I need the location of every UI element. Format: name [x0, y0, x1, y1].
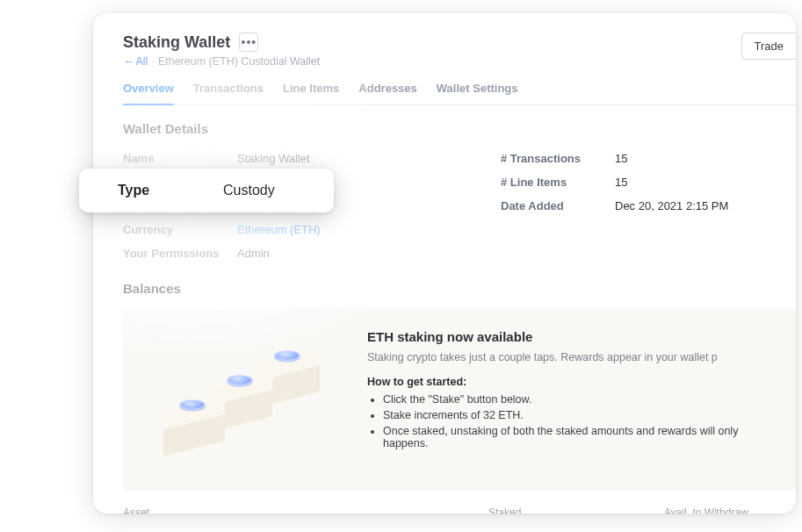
tab-line-items[interactable]: Line Items — [283, 82, 339, 104]
tab-wallet-settings[interactable]: Wallet Settings — [437, 82, 518, 104]
howto-item: Once staked, unstaking of both the stake… — [383, 425, 771, 449]
tab-addresses[interactable]: Addresses — [358, 82, 416, 104]
breadcrumb-back-link[interactable]: ← All — [123, 55, 148, 68]
detail-value-permissions: Admin — [237, 247, 270, 260]
coin-icon — [274, 350, 300, 360]
more-horizontal-icon: ••• — [242, 35, 257, 49]
detail-label-permissions: Your Permissions — [123, 247, 237, 260]
detail-value-name: Staking Wallet — [237, 152, 310, 165]
balances-heading: Balances — [123, 281, 796, 296]
balances-table-header: Asset Staked Avail. to Withdraw — [123, 507, 796, 514]
balances-promo-box: ETH staking now available Staking crypto… — [123, 308, 796, 491]
detail-label-name: Name — [123, 152, 237, 165]
coin-icon — [227, 375, 253, 385]
detail-value-currency[interactable]: Ethereum (ETH) — [237, 223, 321, 236]
howto-title: How to get started: — [367, 376, 771, 388]
tabs: Overview Transactions Line Items Address… — [123, 82, 796, 105]
highlight-value: Custody — [223, 183, 275, 198]
breadcrumb-subtitle: Ethereum (ETH) Custodial Wallet — [158, 55, 320, 68]
breadcrumb: ← All · Ethereum (ETH) Custodial Wallet — [123, 55, 796, 68]
howto-item: Stake increments of 32 ETH. — [383, 409, 771, 421]
detail-label-currency: Currency — [123, 223, 237, 236]
tab-transactions[interactable]: Transactions — [193, 82, 264, 104]
highlight-label: Type — [118, 183, 223, 198]
col-header-staked: Staked — [488, 507, 664, 514]
col-header-asset: Asset — [123, 507, 488, 514]
app-window: Staking Wallet ••• ← All · Ethereum (ETH… — [93, 13, 796, 514]
breadcrumb-separator: · — [151, 55, 154, 68]
detail-label-transactions: # Transactions — [501, 152, 615, 165]
staking-illustration — [141, 329, 343, 470]
breadcrumb-back-label: All — [136, 55, 148, 68]
howto-list: Click the "Stake" button below. Stake in… — [367, 393, 771, 449]
detail-value-line-items: 15 — [615, 176, 627, 189]
detail-value-date-added: Dec 20, 2021 2:15 PM — [615, 199, 728, 212]
more-options-button[interactable]: ••• — [239, 32, 258, 52]
highlight-popover: Type Custody — [79, 169, 334, 212]
promo-subtitle: Staking crypto takes just a couple taps.… — [367, 351, 771, 363]
col-header-avail: Avail. to Withdraw — [664, 507, 769, 514]
howto-item: Click the "Stake" button below. — [383, 393, 771, 406]
arrow-left-icon: ← — [123, 55, 134, 68]
detail-label-date-added: Date Added — [501, 199, 615, 212]
trade-button[interactable]: Trade — [741, 32, 796, 60]
page-title: Staking Wallet — [123, 33, 230, 52]
wallet-details-heading: Wallet Details — [123, 121, 796, 136]
detail-value-transactions: 15 — [615, 152, 627, 165]
promo-title: ETH staking now available — [367, 329, 771, 344]
detail-label-line-items: # Line Items — [501, 176, 615, 189]
tab-overview[interactable]: Overview — [123, 82, 174, 105]
coin-icon — [179, 399, 206, 409]
